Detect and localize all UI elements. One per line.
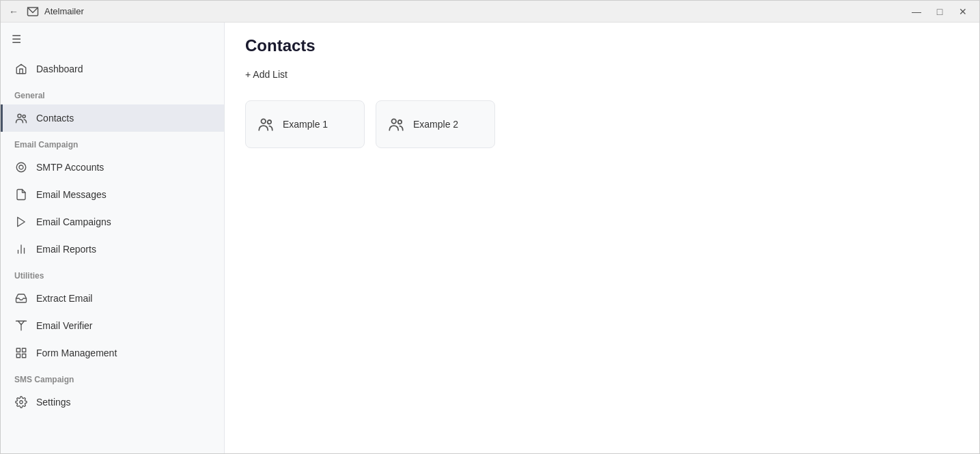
contact-card-icon-example1 bbox=[257, 115, 275, 133]
sidebar-item-dashboard-label: Dashboard bbox=[36, 63, 83, 74]
maximize-button[interactable]: □ bbox=[929, 3, 951, 20]
svg-marker-5 bbox=[18, 217, 25, 227]
form-icon bbox=[14, 346, 28, 360]
svg-rect-13 bbox=[16, 354, 20, 358]
sidebar-item-extract-email-label: Extract Email bbox=[36, 293, 92, 304]
sidebar-item-settings-label: Settings bbox=[36, 397, 71, 408]
contacts-icon bbox=[14, 111, 28, 125]
sidebar-item-extract-email[interactable]: Extract Email bbox=[1, 285, 224, 312]
titlebar-left: ← Atelmailer bbox=[6, 5, 84, 18]
sidebar-item-email-campaigns[interactable]: Email Campaigns bbox=[1, 208, 224, 236]
sidebar-item-email-reports[interactable]: Email Reports bbox=[1, 236, 224, 263]
svg-rect-14 bbox=[23, 354, 26, 358]
minimize-button[interactable]: — bbox=[906, 3, 927, 20]
sidebar-item-contacts[interactable]: Contacts bbox=[1, 104, 224, 132]
contact-card-example1[interactable]: Example 1 bbox=[245, 100, 365, 148]
svg-rect-12 bbox=[23, 348, 26, 352]
titlebar-controls: — □ ✕ bbox=[906, 3, 974, 20]
contact-cards-area: Example 1 Example 2 bbox=[225, 94, 979, 453]
bar-chart-icon bbox=[14, 242, 28, 256]
sidebar-section-utilities: Utilities bbox=[1, 263, 224, 285]
app-body: ☰ Dashboard General bbox=[1, 23, 979, 453]
svg-point-15 bbox=[20, 401, 23, 404]
sidebar-section-sms-campaign: SMS Campaign bbox=[1, 367, 224, 388]
hamburger-icon[interactable]: ☰ bbox=[12, 33, 21, 46]
contact-card-example2[interactable]: Example 2 bbox=[376, 100, 495, 148]
page-title: Contacts bbox=[245, 36, 959, 55]
inbox-icon bbox=[14, 292, 28, 305]
smtp-icon bbox=[14, 160, 28, 174]
svg-point-16 bbox=[262, 119, 266, 124]
contact-card-example1-label: Example 1 bbox=[283, 119, 328, 130]
toolbar: + Add List bbox=[225, 66, 979, 94]
sidebar-item-email-messages-label: Email Messages bbox=[36, 189, 107, 200]
sidebar-item-smtp-label: SMTP Accounts bbox=[36, 162, 104, 173]
page-header: Contacts bbox=[225, 23, 979, 66]
sidebar-item-form-management[interactable]: Form Management bbox=[1, 339, 224, 367]
svg-point-17 bbox=[268, 120, 271, 124]
svg-point-2 bbox=[23, 115, 25, 117]
document-icon bbox=[14, 188, 28, 201]
titlebar: ← Atelmailer — □ ✕ bbox=[1, 1, 979, 23]
filter-icon bbox=[14, 319, 28, 332]
sidebar-item-email-messages[interactable]: Email Messages bbox=[1, 181, 224, 208]
sidebar-item-email-campaigns-label: Email Campaigns bbox=[36, 216, 111, 227]
sidebar: ☰ Dashboard General bbox=[1, 23, 225, 453]
app-icon bbox=[27, 5, 39, 18]
sidebar-item-email-reports-label: Email Reports bbox=[36, 244, 96, 255]
contact-card-icon-example2 bbox=[387, 115, 405, 133]
app-window: ← Atelmailer — □ ✕ ☰ bbox=[0, 0, 980, 454]
sidebar-item-email-verifier[interactable]: Email Verifier bbox=[1, 312, 224, 339]
sidebar-item-email-verifier-label: Email Verifier bbox=[36, 320, 92, 331]
close-button[interactable]: ✕ bbox=[952, 3, 974, 20]
contact-card-example2-label: Example 2 bbox=[413, 119, 458, 130]
sidebar-section-email-campaign: Email Campaign bbox=[1, 132, 224, 154]
sidebar-section-general: General bbox=[1, 83, 224, 104]
home-icon bbox=[14, 62, 28, 76]
main-content: Contacts + Add List bbox=[225, 23, 979, 453]
sidebar-item-dashboard[interactable]: Dashboard bbox=[1, 55, 224, 83]
svg-point-18 bbox=[392, 119, 397, 124]
sidebar-item-settings[interactable]: Settings bbox=[1, 388, 224, 416]
add-list-label: + Add List bbox=[245, 69, 288, 80]
back-icon[interactable]: ← bbox=[6, 6, 21, 17]
svg-rect-11 bbox=[16, 348, 20, 352]
svg-point-1 bbox=[18, 114, 21, 117]
sidebar-header: ☰ bbox=[1, 23, 224, 55]
sidebar-item-form-management-label: Form Management bbox=[36, 347, 117, 358]
sidebar-item-smtp[interactable]: SMTP Accounts bbox=[1, 154, 224, 181]
send-icon bbox=[14, 215, 28, 229]
sidebar-item-contacts-label: Contacts bbox=[36, 113, 74, 124]
svg-point-4 bbox=[19, 165, 23, 169]
add-list-button[interactable]: + Add List bbox=[245, 66, 288, 83]
titlebar-app-name: Atelmailer bbox=[44, 6, 84, 16]
svg-point-19 bbox=[398, 120, 402, 124]
settings-icon bbox=[14, 395, 28, 409]
svg-point-3 bbox=[16, 162, 26, 172]
